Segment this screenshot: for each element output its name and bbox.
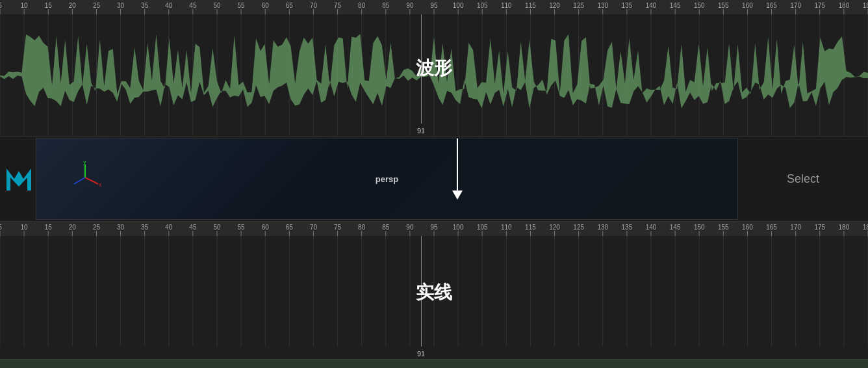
viewport-panel: x y persp Select (0, 137, 868, 221)
playhead-number-bottom: 91 (417, 350, 425, 358)
arrow-shaft (457, 138, 458, 191)
playhead-arrow (452, 138, 463, 200)
ruler-top (0, 0, 868, 14)
playhead-number-top: 91 (417, 127, 425, 135)
axis-widget: x y (69, 161, 101, 196)
waveform-canvas (0, 14, 868, 137)
svg-line-1 (85, 177, 98, 184)
playhead-line-top (421, 14, 422, 124)
svg-line-3 (74, 177, 85, 184)
svg-marker-0 (6, 168, 31, 191)
playhead-line-bottom (421, 236, 422, 347)
select-panel: Select (738, 137, 868, 221)
bottom-strip (0, 359, 868, 368)
select-button[interactable]: Select (787, 172, 819, 186)
solidline-panel: 实线 91 (0, 221, 868, 368)
maya-logo-icon (5, 166, 32, 193)
solidline-canvas (0, 236, 868, 347)
maya-logo-area (0, 137, 36, 221)
svg-text:y: y (83, 161, 86, 165)
persp-label: persp (376, 174, 398, 184)
arrow-head (452, 191, 463, 200)
svg-text:x: x (99, 181, 101, 188)
maya-logo (5, 166, 31, 192)
viewport-3d[interactable]: x y persp (36, 138, 738, 220)
waveform-panel: 波形 91 (0, 0, 868, 137)
ruler-bottom (0, 222, 868, 236)
